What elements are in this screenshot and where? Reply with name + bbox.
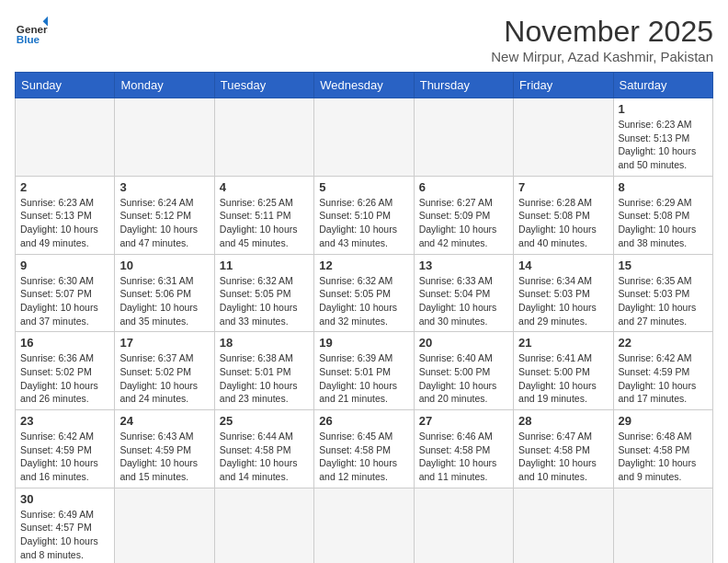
day-number: 26 bbox=[319, 414, 408, 428]
day-number: 5 bbox=[319, 180, 408, 194]
day-info: Sunrise: 6:37 AM Sunset: 5:02 PM Dayligh… bbox=[119, 351, 209, 406]
day-number: 27 bbox=[419, 414, 508, 428]
day-info: Sunrise: 6:29 AM Sunset: 5:08 PM Dayligh… bbox=[619, 196, 708, 250]
day-number: 6 bbox=[419, 180, 508, 194]
calendar-cell: 4Sunrise: 6:25 AM Sunset: 5:11 PM Daylig… bbox=[214, 176, 313, 254]
calendar-cell: 10Sunrise: 6:31 AM Sunset: 5:06 PM Dayli… bbox=[115, 254, 214, 332]
day-info: Sunrise: 6:49 AM Sunset: 4:57 PM Dayligh… bbox=[20, 508, 109, 562]
day-header-saturday: Saturday bbox=[613, 73, 712, 98]
day-info: Sunrise: 6:47 AM Sunset: 4:58 PM Dayligh… bbox=[518, 430, 608, 484]
day-number: 23 bbox=[20, 414, 109, 428]
calendar-cell: 25Sunrise: 6:44 AM Sunset: 4:58 PM Dayli… bbox=[214, 410, 313, 488]
day-header-monday: Monday bbox=[115, 73, 214, 98]
day-number: 28 bbox=[518, 414, 608, 428]
calendar-table: SundayMondayTuesdayWednesdayThursdayFrid… bbox=[15, 72, 713, 563]
calendar-cell bbox=[314, 488, 414, 563]
calendar-cell: 18Sunrise: 6:38 AM Sunset: 5:01 PM Dayli… bbox=[214, 332, 313, 410]
day-number: 21 bbox=[518, 336, 608, 350]
calendar-cell: 24Sunrise: 6:43 AM Sunset: 4:59 PM Dayli… bbox=[115, 410, 214, 488]
calendar-cell: 30Sunrise: 6:49 AM Sunset: 4:57 PM Dayli… bbox=[16, 488, 115, 563]
day-info: Sunrise: 6:32 AM Sunset: 5:05 PM Dayligh… bbox=[220, 274, 309, 328]
title-section: November 2025 New Mirpur, Azad Kashmir, … bbox=[491, 15, 713, 64]
calendar-cell: 22Sunrise: 6:42 AM Sunset: 4:59 PM Dayli… bbox=[613, 332, 712, 410]
calendar-cell: 13Sunrise: 6:33 AM Sunset: 5:04 PM Dayli… bbox=[414, 254, 513, 332]
day-info: Sunrise: 6:40 AM Sunset: 5:00 PM Dayligh… bbox=[419, 351, 508, 406]
svg-text:Blue: Blue bbox=[17, 33, 40, 45]
calendar-cell bbox=[214, 488, 313, 563]
calendar-cell: 15Sunrise: 6:35 AM Sunset: 5:03 PM Dayli… bbox=[613, 254, 712, 332]
day-info: Sunrise: 6:48 AM Sunset: 4:58 PM Dayligh… bbox=[619, 430, 708, 484]
day-headers-row: SundayMondayTuesdayWednesdayThursdayFrid… bbox=[16, 73, 713, 98]
calendar-cell: 17Sunrise: 6:37 AM Sunset: 5:02 PM Dayli… bbox=[115, 332, 214, 410]
day-info: Sunrise: 6:42 AM Sunset: 4:59 PM Dayligh… bbox=[20, 430, 109, 484]
day-info: Sunrise: 6:30 AM Sunset: 5:07 PM Dayligh… bbox=[20, 274, 109, 328]
day-number: 24 bbox=[119, 414, 209, 428]
day-header-friday: Friday bbox=[514, 73, 613, 98]
day-number: 14 bbox=[518, 259, 608, 272]
day-info: Sunrise: 6:42 AM Sunset: 4:59 PM Dayligh… bbox=[619, 351, 708, 406]
day-number: 16 bbox=[20, 336, 109, 350]
day-info: Sunrise: 6:23 AM Sunset: 5:13 PM Dayligh… bbox=[619, 118, 708, 172]
day-number: 8 bbox=[619, 180, 708, 194]
day-info: Sunrise: 6:32 AM Sunset: 5:05 PM Dayligh… bbox=[319, 274, 408, 328]
day-number: 29 bbox=[619, 414, 708, 428]
day-info: Sunrise: 6:24 AM Sunset: 5:12 PM Dayligh… bbox=[119, 196, 209, 250]
calendar-cell: 9Sunrise: 6:30 AM Sunset: 5:07 PM Daylig… bbox=[16, 254, 115, 332]
day-info: Sunrise: 6:41 AM Sunset: 5:00 PM Dayligh… bbox=[518, 351, 608, 406]
day-number: 13 bbox=[419, 259, 508, 272]
calendar-cell: 23Sunrise: 6:42 AM Sunset: 4:59 PM Dayli… bbox=[16, 410, 115, 488]
day-number: 17 bbox=[119, 336, 209, 350]
calendar-cell: 3Sunrise: 6:24 AM Sunset: 5:12 PM Daylig… bbox=[115, 176, 214, 254]
calendar-cell: 20Sunrise: 6:40 AM Sunset: 5:00 PM Dayli… bbox=[414, 332, 513, 410]
day-info: Sunrise: 6:39 AM Sunset: 5:01 PM Dayligh… bbox=[319, 351, 408, 406]
calendar-subtitle: New Mirpur, Azad Kashmir, Pakistan bbox=[491, 49, 713, 64]
week-row-3: 9Sunrise: 6:30 AM Sunset: 5:07 PM Daylig… bbox=[16, 254, 713, 332]
day-header-sunday: Sunday bbox=[16, 73, 115, 98]
day-number: 7 bbox=[518, 180, 608, 194]
calendar-cell: 8Sunrise: 6:29 AM Sunset: 5:08 PM Daylig… bbox=[613, 176, 712, 254]
header: General Blue November 2025 New Mirpur, A… bbox=[15, 15, 713, 64]
day-number: 3 bbox=[119, 180, 209, 194]
day-info: Sunrise: 6:28 AM Sunset: 5:08 PM Dayligh… bbox=[518, 196, 608, 250]
calendar-cell: 7Sunrise: 6:28 AM Sunset: 5:08 PM Daylig… bbox=[514, 176, 613, 254]
day-number: 11 bbox=[220, 259, 309, 272]
calendar-cell bbox=[613, 488, 712, 563]
day-number: 18 bbox=[220, 336, 309, 350]
day-info: Sunrise: 6:25 AM Sunset: 5:11 PM Dayligh… bbox=[220, 196, 309, 250]
calendar-cell bbox=[214, 98, 313, 177]
calendar-cell: 1Sunrise: 6:23 AM Sunset: 5:13 PM Daylig… bbox=[613, 98, 712, 177]
day-info: Sunrise: 6:46 AM Sunset: 4:58 PM Dayligh… bbox=[419, 430, 508, 484]
day-info: Sunrise: 6:43 AM Sunset: 4:59 PM Dayligh… bbox=[119, 430, 209, 484]
day-number: 30 bbox=[20, 492, 109, 506]
calendar-cell bbox=[414, 488, 513, 563]
week-row-2: 2Sunrise: 6:23 AM Sunset: 5:13 PM Daylig… bbox=[16, 176, 713, 254]
day-info: Sunrise: 6:35 AM Sunset: 5:03 PM Dayligh… bbox=[619, 274, 708, 328]
calendar-cell: 16Sunrise: 6:36 AM Sunset: 5:02 PM Dayli… bbox=[16, 332, 115, 410]
calendar-cell: 12Sunrise: 6:32 AM Sunset: 5:05 PM Dayli… bbox=[314, 254, 414, 332]
calendar-cell bbox=[514, 488, 613, 563]
day-info: Sunrise: 6:45 AM Sunset: 4:58 PM Dayligh… bbox=[319, 430, 408, 484]
day-info: Sunrise: 6:31 AM Sunset: 5:06 PM Dayligh… bbox=[119, 274, 209, 328]
calendar-cell: 21Sunrise: 6:41 AM Sunset: 5:00 PM Dayli… bbox=[514, 332, 613, 410]
logo: General Blue bbox=[15, 15, 48, 48]
calendar-title: November 2025 bbox=[491, 15, 713, 49]
day-number: 1 bbox=[619, 102, 708, 116]
week-row-1: 1Sunrise: 6:23 AM Sunset: 5:13 PM Daylig… bbox=[16, 98, 713, 177]
day-info: Sunrise: 6:38 AM Sunset: 5:01 PM Dayligh… bbox=[220, 351, 309, 406]
day-number: 10 bbox=[119, 259, 209, 272]
week-row-4: 16Sunrise: 6:36 AM Sunset: 5:02 PM Dayli… bbox=[16, 332, 713, 410]
day-header-wednesday: Wednesday bbox=[314, 73, 414, 98]
day-info: Sunrise: 6:44 AM Sunset: 4:58 PM Dayligh… bbox=[220, 430, 309, 484]
day-number: 12 bbox=[319, 259, 408, 272]
day-info: Sunrise: 6:27 AM Sunset: 5:09 PM Dayligh… bbox=[419, 196, 508, 250]
calendar-cell: 5Sunrise: 6:26 AM Sunset: 5:10 PM Daylig… bbox=[314, 176, 414, 254]
day-header-thursday: Thursday bbox=[414, 73, 513, 98]
day-number: 15 bbox=[619, 259, 708, 272]
calendar-cell bbox=[314, 98, 414, 177]
day-info: Sunrise: 6:34 AM Sunset: 5:03 PM Dayligh… bbox=[518, 274, 608, 328]
day-number: 4 bbox=[220, 180, 309, 194]
day-number: 25 bbox=[220, 414, 309, 428]
day-info: Sunrise: 6:26 AM Sunset: 5:10 PM Dayligh… bbox=[319, 196, 408, 250]
calendar-cell bbox=[115, 488, 214, 563]
week-row-6: 30Sunrise: 6:49 AM Sunset: 4:57 PM Dayli… bbox=[16, 488, 713, 563]
